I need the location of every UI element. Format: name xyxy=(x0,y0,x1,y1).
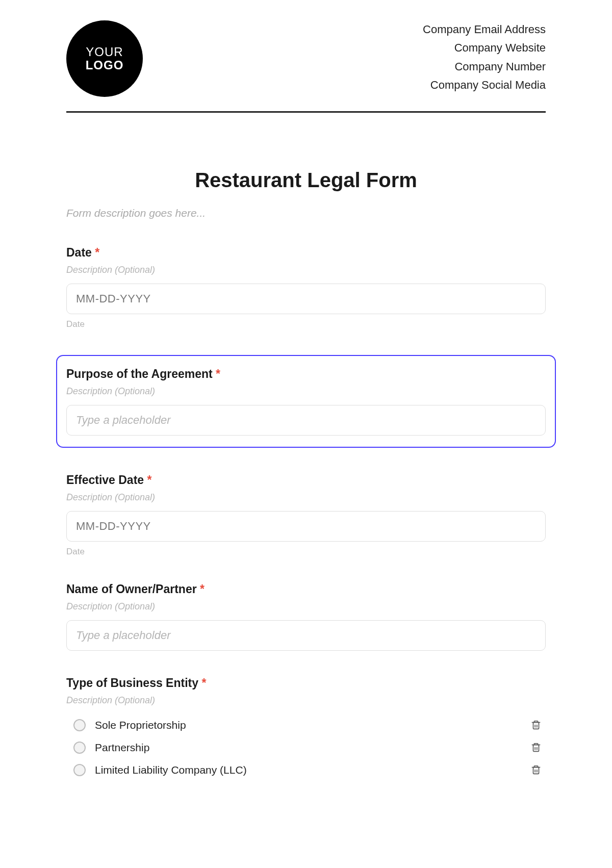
field-label-entity-type: Type of Business Entity * xyxy=(66,676,546,690)
radio-option: Sole Proprietorship xyxy=(66,714,546,736)
field-label-text: Type of Business Entity xyxy=(66,676,198,690)
purpose-input[interactable] xyxy=(66,405,546,436)
company-social: Company Social Media xyxy=(423,76,546,94)
logo-text-line2: LOGO xyxy=(86,59,124,72)
radio-label[interactable]: Partnership xyxy=(95,742,149,754)
field-label-text: Date xyxy=(66,246,92,259)
date-input[interactable] xyxy=(66,284,546,314)
company-website: Company Website xyxy=(423,39,546,57)
field-effective-date[interactable]: Effective Date * Description (Optional) … xyxy=(66,473,546,557)
required-star-icon: * xyxy=(216,367,220,380)
field-entity-type[interactable]: Type of Business Entity * Description (O… xyxy=(66,676,546,781)
effective-date-input[interactable] xyxy=(66,511,546,542)
field-sublabel-date: Date xyxy=(66,319,546,329)
radio-icon[interactable] xyxy=(73,764,86,776)
trash-icon[interactable] xyxy=(530,742,542,754)
logo: YOUR LOGO xyxy=(66,20,143,97)
form-description[interactable]: Form description goes here... xyxy=(66,207,546,219)
field-label-owner-name: Name of Owner/Partner * xyxy=(66,582,546,596)
form-title[interactable]: Restaurant Legal Form xyxy=(66,169,546,192)
field-date[interactable]: Date * Description (Optional) Date xyxy=(66,246,546,329)
trash-icon[interactable] xyxy=(530,719,542,731)
radio-icon[interactable] xyxy=(73,719,86,731)
radio-icon[interactable] xyxy=(73,742,86,754)
field-description-purpose[interactable]: Description (Optional) xyxy=(66,386,546,397)
field-description-entity-type[interactable]: Description (Optional) xyxy=(66,695,546,706)
field-description-owner-name[interactable]: Description (Optional) xyxy=(66,601,546,612)
entity-type-options: Sole Proprietorship Partnership Li xyxy=(66,714,546,781)
required-star-icon: * xyxy=(95,246,99,259)
field-description-date[interactable]: Description (Optional) xyxy=(66,265,546,275)
field-purpose[interactable]: Purpose of the Agreement * Description (… xyxy=(56,355,556,448)
owner-name-input[interactable] xyxy=(66,620,546,651)
svg-rect-0 xyxy=(533,723,539,729)
logo-text-line1: YOUR xyxy=(86,45,123,59)
radio-label[interactable]: Limited Liability Company (LLC) xyxy=(95,764,247,776)
svg-rect-1 xyxy=(533,745,539,752)
trash-icon[interactable] xyxy=(530,764,542,776)
radio-label[interactable]: Sole Proprietorship xyxy=(95,719,186,731)
required-star-icon: * xyxy=(201,676,206,690)
field-description-effective-date[interactable]: Description (Optional) xyxy=(66,492,546,503)
field-label-text: Name of Owner/Partner xyxy=(66,582,197,596)
field-owner-name[interactable]: Name of Owner/Partner * Description (Opt… xyxy=(66,582,546,651)
company-info-block: Company Email Address Company Website Co… xyxy=(423,20,546,94)
field-label-effective-date: Effective Date * xyxy=(66,473,546,487)
field-label-date: Date * xyxy=(66,246,546,260)
company-email: Company Email Address xyxy=(423,20,546,39)
field-label-purpose: Purpose of the Agreement * xyxy=(66,367,546,381)
company-number: Company Number xyxy=(423,58,546,76)
radio-option: Partnership xyxy=(66,736,546,759)
field-sublabel-effective-date: Date xyxy=(66,547,546,557)
field-label-text: Effective Date xyxy=(66,473,144,487)
field-label-text: Purpose of the Agreement xyxy=(66,367,213,380)
required-star-icon: * xyxy=(147,473,152,487)
svg-rect-2 xyxy=(533,768,539,774)
required-star-icon: * xyxy=(200,582,205,596)
radio-option: Limited Liability Company (LLC) xyxy=(66,759,546,781)
document-header: YOUR LOGO Company Email Address Company … xyxy=(66,20,546,113)
